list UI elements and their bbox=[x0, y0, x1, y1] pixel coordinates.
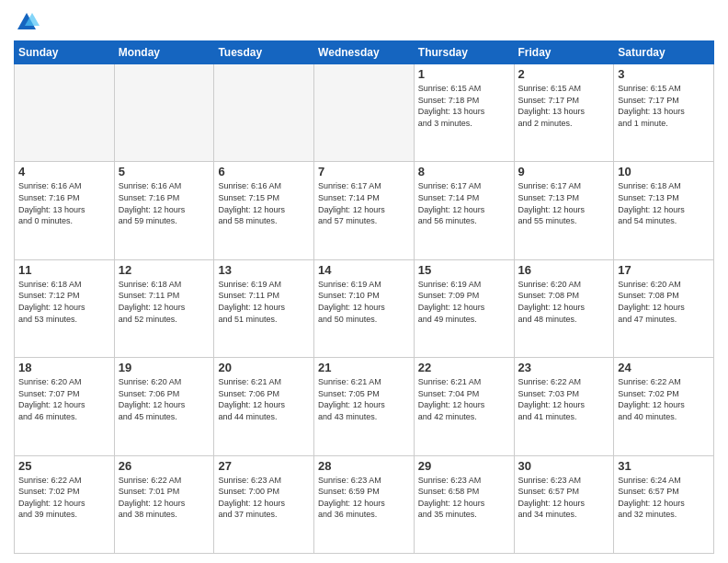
header bbox=[14, 9, 714, 35]
day-number: 27 bbox=[218, 459, 310, 473]
day-number: 14 bbox=[318, 263, 410, 277]
day-number: 31 bbox=[618, 459, 710, 473]
day-info: Sunrise: 6:16 AM Sunset: 7:16 PM Dayligh… bbox=[18, 180, 110, 226]
day-info: Sunrise: 6:23 AM Sunset: 7:00 PM Dayligh… bbox=[218, 475, 310, 521]
day-info: Sunrise: 6:20 AM Sunset: 7:08 PM Dayligh… bbox=[618, 279, 710, 325]
day-number: 23 bbox=[518, 361, 610, 374]
day-number: 13 bbox=[218, 263, 310, 277]
day-number: 19 bbox=[119, 361, 210, 374]
day-info: Sunrise: 6:19 AM Sunset: 7:11 PM Dayligh… bbox=[218, 279, 310, 325]
calendar-cell: 28Sunrise: 6:23 AM Sunset: 6:59 PM Dayli… bbox=[314, 455, 415, 553]
day-number: 21 bbox=[318, 361, 410, 374]
day-number: 15 bbox=[418, 263, 510, 277]
day-info: Sunrise: 6:21 AM Sunset: 7:04 PM Dayligh… bbox=[418, 376, 510, 422]
day-number: 6 bbox=[218, 165, 310, 178]
day-info: Sunrise: 6:19 AM Sunset: 7:10 PM Dayligh… bbox=[318, 279, 410, 325]
col-header-thursday: Thursday bbox=[414, 41, 514, 64]
day-info: Sunrise: 6:22 AM Sunset: 7:02 PM Dayligh… bbox=[618, 376, 710, 422]
day-number: 11 bbox=[18, 263, 110, 277]
calendar-cell: 23Sunrise: 6:22 AM Sunset: 7:03 PM Dayli… bbox=[514, 358, 614, 455]
calendar-cell: 5Sunrise: 6:16 AM Sunset: 7:16 PM Daylig… bbox=[114, 162, 214, 259]
day-info: Sunrise: 6:16 AM Sunset: 7:16 PM Dayligh… bbox=[119, 180, 210, 226]
day-info: Sunrise: 6:18 AM Sunset: 7:11 PM Dayligh… bbox=[119, 279, 210, 325]
day-number: 2 bbox=[518, 67, 610, 81]
day-info: Sunrise: 6:17 AM Sunset: 7:13 PM Dayligh… bbox=[518, 180, 610, 226]
col-header-saturday: Saturday bbox=[614, 41, 714, 64]
day-number: 17 bbox=[618, 263, 710, 277]
page: SundayMondayTuesdayWednesdayThursdayFrid… bbox=[0, 0, 728, 563]
day-number: 26 bbox=[119, 459, 210, 473]
calendar-cell: 19Sunrise: 6:20 AM Sunset: 7:06 PM Dayli… bbox=[114, 358, 214, 455]
day-number: 29 bbox=[418, 459, 510, 473]
calendar-cell: 14Sunrise: 6:19 AM Sunset: 7:10 PM Dayli… bbox=[314, 259, 415, 357]
week-row-1: 1Sunrise: 6:15 AM Sunset: 7:18 PM Daylig… bbox=[15, 64, 714, 162]
calendar-cell: 9Sunrise: 6:17 AM Sunset: 7:13 PM Daylig… bbox=[514, 162, 614, 259]
week-row-4: 18Sunrise: 6:20 AM Sunset: 7:07 PM Dayli… bbox=[15, 358, 714, 455]
calendar-cell bbox=[314, 64, 415, 162]
week-row-3: 11Sunrise: 6:18 AM Sunset: 7:12 PM Dayli… bbox=[15, 259, 714, 357]
day-number: 12 bbox=[119, 263, 210, 277]
day-number: 22 bbox=[418, 361, 510, 374]
calendar-cell bbox=[15, 64, 115, 162]
col-header-friday: Friday bbox=[514, 41, 614, 64]
day-info: Sunrise: 6:22 AM Sunset: 7:01 PM Dayligh… bbox=[119, 475, 210, 521]
week-row-2: 4Sunrise: 6:16 AM Sunset: 7:16 PM Daylig… bbox=[15, 162, 714, 259]
day-number: 10 bbox=[618, 165, 710, 178]
calendar-cell: 24Sunrise: 6:22 AM Sunset: 7:02 PM Dayli… bbox=[614, 358, 714, 455]
day-number: 24 bbox=[618, 361, 710, 374]
calendar-cell: 21Sunrise: 6:21 AM Sunset: 7:05 PM Dayli… bbox=[314, 358, 415, 455]
day-number: 7 bbox=[318, 165, 410, 178]
day-info: Sunrise: 6:15 AM Sunset: 7:17 PM Dayligh… bbox=[518, 83, 610, 129]
day-info: Sunrise: 6:22 AM Sunset: 7:03 PM Dayligh… bbox=[518, 376, 610, 422]
calendar-cell: 25Sunrise: 6:22 AM Sunset: 7:02 PM Dayli… bbox=[15, 455, 115, 553]
day-number: 5 bbox=[119, 165, 210, 178]
calendar-cell: 17Sunrise: 6:20 AM Sunset: 7:08 PM Dayli… bbox=[614, 259, 714, 357]
calendar-cell: 1Sunrise: 6:15 AM Sunset: 7:18 PM Daylig… bbox=[414, 64, 514, 162]
day-number: 20 bbox=[218, 361, 310, 374]
day-number: 25 bbox=[18, 459, 110, 473]
day-info: Sunrise: 6:23 AM Sunset: 6:59 PM Dayligh… bbox=[318, 475, 410, 521]
calendar-cell: 29Sunrise: 6:23 AM Sunset: 6:58 PM Dayli… bbox=[414, 455, 514, 553]
day-info: Sunrise: 6:16 AM Sunset: 7:15 PM Dayligh… bbox=[218, 180, 310, 226]
day-info: Sunrise: 6:18 AM Sunset: 7:12 PM Dayligh… bbox=[18, 279, 110, 325]
day-info: Sunrise: 6:20 AM Sunset: 7:08 PM Dayligh… bbox=[518, 279, 610, 325]
day-info: Sunrise: 6:15 AM Sunset: 7:17 PM Dayligh… bbox=[618, 83, 710, 129]
calendar-cell: 30Sunrise: 6:23 AM Sunset: 6:57 PM Dayli… bbox=[514, 455, 614, 553]
day-info: Sunrise: 6:23 AM Sunset: 6:58 PM Dayligh… bbox=[418, 475, 510, 521]
calendar-cell: 12Sunrise: 6:18 AM Sunset: 7:11 PM Dayli… bbox=[114, 259, 214, 357]
calendar-cell: 11Sunrise: 6:18 AM Sunset: 7:12 PM Dayli… bbox=[15, 259, 115, 357]
day-info: Sunrise: 6:24 AM Sunset: 6:57 PM Dayligh… bbox=[618, 475, 710, 521]
calendar-cell: 6Sunrise: 6:16 AM Sunset: 7:15 PM Daylig… bbox=[214, 162, 314, 259]
col-header-monday: Monday bbox=[114, 41, 214, 64]
calendar-cell bbox=[214, 64, 314, 162]
col-header-wednesday: Wednesday bbox=[314, 41, 415, 64]
day-info: Sunrise: 6:21 AM Sunset: 7:06 PM Dayligh… bbox=[218, 376, 310, 422]
day-info: Sunrise: 6:17 AM Sunset: 7:14 PM Dayligh… bbox=[318, 180, 410, 226]
col-header-sunday: Sunday bbox=[15, 41, 115, 64]
day-info: Sunrise: 6:15 AM Sunset: 7:18 PM Dayligh… bbox=[418, 83, 510, 129]
calendar-cell: 16Sunrise: 6:20 AM Sunset: 7:08 PM Dayli… bbox=[514, 259, 614, 357]
logo-icon bbox=[14, 9, 40, 35]
calendar-cell: 4Sunrise: 6:16 AM Sunset: 7:16 PM Daylig… bbox=[15, 162, 115, 259]
calendar-cell: 7Sunrise: 6:17 AM Sunset: 7:14 PM Daylig… bbox=[314, 162, 415, 259]
day-number: 3 bbox=[618, 67, 710, 81]
col-header-tuesday: Tuesday bbox=[214, 41, 314, 64]
calendar-cell: 20Sunrise: 6:21 AM Sunset: 7:06 PM Dayli… bbox=[214, 358, 314, 455]
calendar-header-row: SundayMondayTuesdayWednesdayThursdayFrid… bbox=[15, 41, 714, 64]
day-info: Sunrise: 6:23 AM Sunset: 6:57 PM Dayligh… bbox=[518, 475, 610, 521]
day-number: 30 bbox=[518, 459, 610, 473]
calendar-cell: 27Sunrise: 6:23 AM Sunset: 7:00 PM Dayli… bbox=[214, 455, 314, 553]
day-number: 9 bbox=[518, 165, 610, 178]
day-info: Sunrise: 6:22 AM Sunset: 7:02 PM Dayligh… bbox=[18, 475, 110, 521]
calendar-cell: 10Sunrise: 6:18 AM Sunset: 7:13 PM Dayli… bbox=[614, 162, 714, 259]
day-info: Sunrise: 6:17 AM Sunset: 7:14 PM Dayligh… bbox=[418, 180, 510, 226]
calendar-cell: 18Sunrise: 6:20 AM Sunset: 7:07 PM Dayli… bbox=[15, 358, 115, 455]
day-number: 16 bbox=[518, 263, 610, 277]
calendar-cell: 22Sunrise: 6:21 AM Sunset: 7:04 PM Dayli… bbox=[414, 358, 514, 455]
calendar-cell bbox=[114, 64, 214, 162]
week-row-5: 25Sunrise: 6:22 AM Sunset: 7:02 PM Dayli… bbox=[15, 455, 714, 553]
day-number: 8 bbox=[418, 165, 510, 178]
calendar-cell: 3Sunrise: 6:15 AM Sunset: 7:17 PM Daylig… bbox=[614, 64, 714, 162]
day-number: 4 bbox=[18, 165, 110, 178]
day-info: Sunrise: 6:18 AM Sunset: 7:13 PM Dayligh… bbox=[618, 180, 710, 226]
